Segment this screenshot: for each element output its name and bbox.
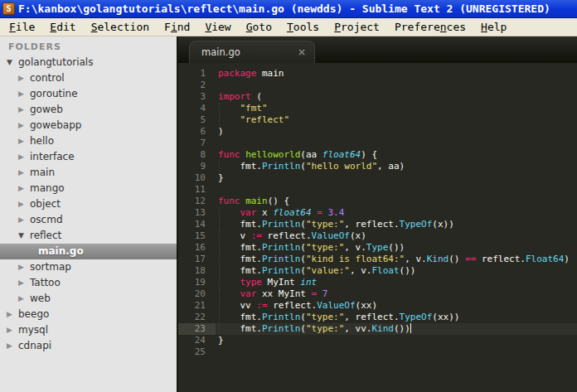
tree-item-label: web: [30, 291, 51, 307]
code-line-7[interactable]: 7: [178, 138, 577, 149]
triangle-collapsed-icon[interactable]: ▶: [18, 70, 24, 86]
tree-item-label: cdnapi: [18, 338, 51, 354]
code-line-6[interactable]: 6): [178, 126, 577, 138]
line-number: 8: [178, 149, 216, 161]
code-line-19[interactable]: 19 type MyInt int: [178, 277, 577, 288]
menu-item-preferences[interactable]: Preferences: [387, 18, 473, 36]
tree-item-label: mango: [30, 181, 65, 196]
triangle-collapsed-icon[interactable]: ▶: [18, 86, 24, 102]
main-content: FOLDERS ▼golangtutorials▶control▶gorouti…: [0, 36, 577, 392]
code-line-9[interactable]: 9 fmt.Println("hello world", aa): [178, 161, 577, 172]
tree-item-label: main.go: [38, 244, 84, 259]
code-area[interactable]: 1package main23import (4 "fmt"5 "reflect…: [178, 63, 577, 392]
code-line-18[interactable]: 18 fmt.Println("value:", v.Float()): [178, 265, 577, 277]
line-number: 9: [178, 161, 216, 172]
tree-folder-gowebapp[interactable]: ▶gowebapp: [0, 118, 177, 133]
line-text: [216, 346, 218, 358]
line-text: func helloworld(aa float64) {: [216, 149, 377, 161]
text-cursor: [410, 323, 411, 333]
code-line-8[interactable]: 8func helloworld(aa float64) {: [178, 149, 577, 161]
tree-folder-main[interactable]: ▶main: [0, 165, 177, 181]
code-line-14[interactable]: 14 fmt.Println("type:", reflect.TypeOf(x…: [178, 219, 577, 230]
code-line-16[interactable]: 16 fmt.Println("type:", v.Type()): [178, 242, 577, 254]
triangle-collapsed-icon[interactable]: ▶: [18, 212, 24, 228]
code-line-17[interactable]: 17 fmt.Println("kind is float64:", v.Kin…: [178, 254, 577, 265]
menu-item-goto[interactable]: Goto: [239, 18, 279, 36]
code-line-13[interactable]: 13 var x float64 = 3.4: [178, 207, 577, 219]
code-line-3[interactable]: 3import (: [178, 91, 577, 103]
tree-item-label: beego: [18, 307, 49, 322]
tree-folder-goroutine[interactable]: ▶goroutine: [0, 86, 177, 102]
triangle-collapsed-icon[interactable]: ▶: [18, 165, 24, 181]
line-text: [216, 184, 218, 196]
line-text: var xx MyInt = 7: [216, 288, 327, 300]
code-line-12[interactable]: 12func main() {: [178, 196, 577, 207]
code-line-15[interactable]: 15 v := reflect.ValueOf(x): [178, 230, 577, 242]
triangle-collapsed-icon[interactable]: ▶: [18, 275, 24, 291]
code-line-1[interactable]: 1package main: [178, 68, 577, 80]
triangle-collapsed-icon[interactable]: ▶: [18, 102, 24, 118]
triangle-expanded-icon[interactable]: ▼: [7, 55, 12, 70]
code-line-22[interactable]: 22 fmt.Println("type:", reflect.TypeOf(x…: [178, 312, 577, 323]
tree-folder-interface[interactable]: ▶interface: [0, 149, 177, 165]
tree-folder-object[interactable]: ▶object: [0, 196, 177, 212]
tree-folder-beego[interactable]: ▶beego: [0, 307, 177, 322]
menu-item-find[interactable]: Find: [157, 18, 197, 36]
line-number: 13: [178, 207, 216, 219]
code-line-2[interactable]: 2: [178, 80, 577, 91]
menu-item-help[interactable]: Help: [473, 18, 514, 36]
tree-file-main-go[interactable]: main.go: [0, 244, 177, 259]
triangle-collapsed-icon[interactable]: ▶: [7, 338, 12, 354]
line-number: 1: [178, 68, 216, 80]
menu-item-selection[interactable]: Selection: [84, 18, 157, 36]
tree-folder-cdnapi[interactable]: ▶cdnapi: [0, 338, 177, 354]
editor: main.go × 1package main23import (4 "fmt"…: [178, 36, 577, 392]
code-line-5[interactable]: 5 "reflect": [178, 114, 577, 126]
line-text: fmt.Println("type:", reflect.TypeOf(x)): [216, 219, 454, 230]
triangle-collapsed-icon[interactable]: ▶: [18, 291, 24, 307]
folder-tree: ▼golangtutorials▶control▶goroutine▶goweb…: [0, 55, 177, 354]
triangle-collapsed-icon[interactable]: ▶: [18, 149, 24, 165]
line-number: 18: [178, 265, 216, 277]
code-line-24[interactable]: 24}: [178, 335, 577, 346]
tree-folder-mango[interactable]: ▶mango: [0, 181, 177, 196]
triangle-collapsed-icon[interactable]: ▶: [18, 118, 24, 133]
tree-folder-oscmd[interactable]: ▶oscmd: [0, 212, 177, 228]
code-line-4[interactable]: 4 "fmt": [178, 103, 577, 114]
triangle-collapsed-icon[interactable]: ▶: [18, 133, 24, 149]
line-text: fmt.Println("type:", vv.Kind()): [216, 323, 411, 335]
menu-item-file[interactable]: File: [2, 18, 42, 36]
sublime-app-icon: S: [2, 2, 15, 15]
tree-folder-sortmap[interactable]: ▶sortmap: [0, 259, 177, 275]
tab-close-icon[interactable]: ×: [298, 41, 306, 64]
code-line-21[interactable]: 21 vv := reflect.ValueOf(xx): [178, 300, 577, 312]
line-text: [216, 80, 218, 91]
tab-label: main.go: [201, 41, 298, 64]
tree-folder-goweb[interactable]: ▶goweb: [0, 102, 177, 118]
line-number: 3: [178, 91, 216, 103]
triangle-collapsed-icon[interactable]: ▶: [7, 307, 12, 322]
triangle-collapsed-icon[interactable]: ▶: [18, 259, 24, 275]
triangle-expanded-icon[interactable]: ▼: [18, 228, 24, 244]
tree-folder-web[interactable]: ▶web: [0, 291, 177, 307]
code-line-23[interactable]: 23 fmt.Println("type:", vv.Kind()): [178, 323, 577, 335]
menu-item-project[interactable]: Project: [327, 18, 387, 36]
tree-folder-control[interactable]: ▶control: [0, 70, 177, 86]
code-line-25[interactable]: 25: [178, 346, 577, 358]
menu-item-edit[interactable]: Edit: [42, 18, 83, 36]
menu-item-view[interactable]: View: [197, 18, 238, 36]
tree-folder-reflect[interactable]: ▼reflect: [0, 228, 177, 244]
triangle-collapsed-icon[interactable]: ▶: [18, 196, 24, 212]
code-line-11[interactable]: 11: [178, 184, 577, 196]
tree-folder-tattoo[interactable]: ▶Tattoo: [0, 275, 177, 291]
tab-main-go[interactable]: main.go ×: [189, 41, 315, 63]
triangle-collapsed-icon[interactable]: ▶: [7, 322, 12, 338]
menu-item-tools[interactable]: Tools: [279, 18, 327, 36]
tree-folder-hello[interactable]: ▶hello: [0, 133, 177, 149]
code-line-20[interactable]: 20 var xx MyInt = 7: [178, 288, 577, 300]
tree-folder-mysql[interactable]: ▶mysql: [0, 322, 177, 338]
triangle-collapsed-icon[interactable]: ▶: [18, 181, 24, 196]
tree-folder-golangtutorials[interactable]: ▼golangtutorials: [0, 55, 177, 70]
code-line-10[interactable]: 10}: [178, 172, 577, 184]
line-text: fmt.Println("hello world", aa): [216, 161, 405, 172]
